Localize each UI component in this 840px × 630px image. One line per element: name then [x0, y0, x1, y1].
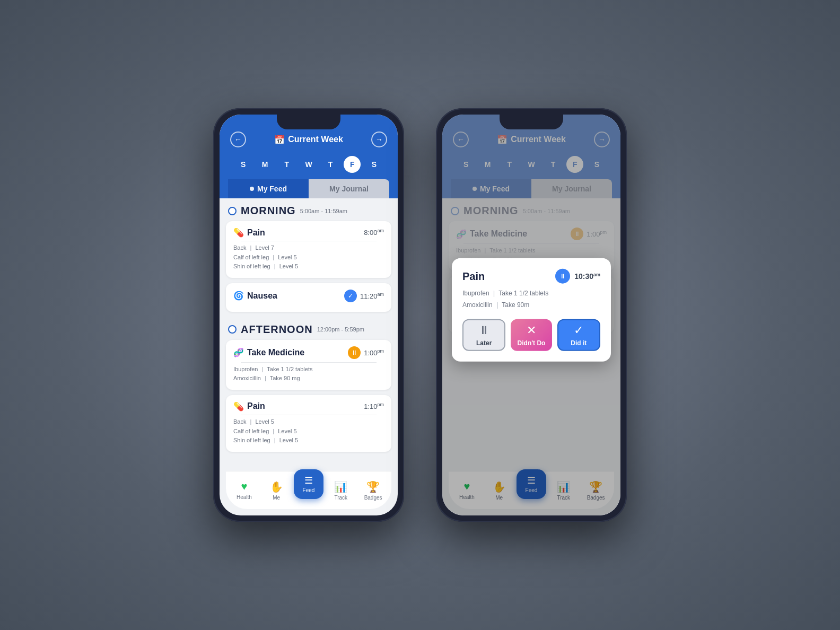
- afternoon-circle: [228, 325, 237, 334]
- pain-card-1-afternoon[interactable]: 💊 Pain 1:10pm Back | Level 5 Calf of lef…: [226, 395, 391, 452]
- nausea-check-icon: ✓: [344, 290, 357, 302]
- phone-2-screen: ← 📅 Current Week → S M T W T F S: [442, 115, 620, 515]
- nausea-card-header: 🌀 Nausea ✓ 11:20am: [233, 290, 384, 302]
- pause-btn-icon: ⏸: [478, 323, 490, 337]
- didnt-do-button[interactable]: ✕ Didn't Do: [511, 319, 552, 351]
- day-monday[interactable]: M: [256, 156, 275, 173]
- nausea-card-1[interactable]: 🌀 Nausea ✓ 11:20am: [226, 283, 391, 312]
- pain-afternoon-header: 💊 Pain 1:10pm: [233, 401, 384, 412]
- day-thursday[interactable]: T: [321, 156, 340, 173]
- days-row-1: S M T W T F: [228, 154, 389, 179]
- phone-1: ← 📅 Current Week → S M: [213, 108, 404, 522]
- day-sunday[interactable]: S: [234, 156, 253, 173]
- modal-buttons: ⏸ Later ✕ Didn't Do ✓ Did it: [462, 319, 600, 351]
- next-week-button[interactable]: →: [371, 132, 387, 147]
- header-nav-1: ← 📅 Current Week →: [228, 132, 389, 147]
- modal-pause-icon: ⏸: [555, 269, 570, 284]
- week-title-1: 📅 Current Week: [274, 135, 343, 145]
- nav-badges-1[interactable]: 🏆 Badges: [357, 480, 389, 501]
- nav-me-1[interactable]: ✋ Me: [260, 480, 293, 501]
- feed-content-1: MORNING 5:00am - 11:59am 💊 Pain 8:00am: [220, 198, 398, 515]
- afternoon-section-header-1: AFTERNOON 12:00pm - 5:59pm: [220, 317, 398, 340]
- morning-section-header-1: MORNING 5:00am - 11:59am: [220, 198, 398, 221]
- medicine-card-1[interactable]: 🧬 Take Medicine ⏸ 1:00pm Ibuprofen | Tak…: [226, 340, 391, 390]
- nausea-icon: 🌀: [233, 291, 244, 301]
- phone-1-screen: ← 📅 Current Week → S M: [220, 115, 398, 515]
- pain-card-header: 💊 Pain 8:00am: [233, 228, 384, 238]
- day-wednesday[interactable]: W: [299, 156, 318, 173]
- pain-afternoon-icon: 💊: [233, 401, 244, 412]
- action-modal: Pain ⏸ 10:30am Ibuprofen | Take 1 1/2 ta…: [452, 258, 611, 362]
- track-icon: 📊: [334, 480, 347, 493]
- medicine-icon: 🧬: [233, 347, 244, 357]
- feed-icon: ☰: [304, 475, 313, 486]
- check-btn-icon: ✓: [574, 323, 583, 337]
- tab-dot: [250, 187, 254, 191]
- notch-1: [277, 115, 340, 129]
- modal-header: Pain ⏸ 10:30am: [462, 269, 600, 284]
- did-it-button[interactable]: ✓ Did it: [557, 319, 600, 351]
- day-saturday[interactable]: S: [364, 156, 383, 173]
- phone-2: ← 📅 Current Week → S M T W T F S: [436, 108, 627, 522]
- morning-circle: [228, 207, 237, 215]
- phone-1-body: ← 📅 Current Week → S M: [213, 108, 404, 522]
- medicine-card-header: 🧬 Take Medicine ⏸ 1:00pm: [233, 346, 384, 359]
- tabs-row-1: My Feed My Journal: [228, 179, 389, 198]
- prev-week-button[interactable]: ←: [230, 132, 246, 147]
- phone-2-body: ← 📅 Current Week → S M T W T F S: [436, 108, 627, 522]
- pain-icon: 💊: [233, 228, 244, 238]
- bottom-nav-1: ♥ Health ✋ Me ☰ Feed 📊 Track: [226, 471, 391, 509]
- calendar-icon: 📅: [274, 135, 285, 145]
- nav-track-1[interactable]: 📊 Track: [325, 480, 357, 501]
- health-icon: ♥: [241, 480, 247, 493]
- notch-2: [500, 115, 563, 129]
- medicine-pause-icon: ⏸: [348, 346, 361, 359]
- nav-feed-1[interactable]: ☰ Feed: [293, 482, 325, 499]
- x-btn-icon: ✕: [527, 323, 536, 337]
- tab-my-feed-1[interactable]: My Feed: [228, 179, 309, 198]
- badges-icon: 🏆: [366, 480, 380, 493]
- me-icon: ✋: [270, 480, 283, 493]
- day-friday[interactable]: F: [343, 156, 362, 173]
- later-button[interactable]: ⏸ Later: [462, 319, 505, 351]
- pain-card-1-morning[interactable]: 💊 Pain 8:00am Back | Level 7 Calf of lef…: [226, 221, 391, 278]
- nav-health-1[interactable]: ♥ Health: [228, 480, 260, 500]
- day-tuesday[interactable]: T: [277, 156, 296, 173]
- tab-my-journal-1[interactable]: My Journal: [309, 179, 389, 198]
- modal-detail: Ibuprofen | Take 1 1/2 tablets Amoxicill…: [462, 288, 600, 311]
- feed-button-1[interactable]: ☰ Feed: [294, 469, 323, 499]
